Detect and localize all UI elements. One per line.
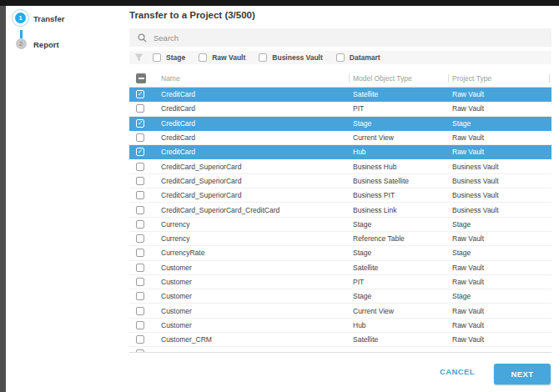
column-header-model-object-type[interactable]: Model Object Type: [353, 74, 412, 83]
row-checkbox[interactable]: [136, 264, 144, 272]
filter-checkbox[interactable]: [199, 53, 207, 62]
table-row[interactable]: Customer_CRM Satellite Raw Vault: [129, 333, 551, 347]
step-1-transfer[interactable]: 1: [12, 9, 29, 27]
table-row[interactable]: Customer Current View Raw Vault: [129, 304, 551, 318]
cell-name: Currency: [161, 220, 353, 229]
table-header: Name Model Object Type Project Type: [129, 70, 551, 88]
table-row[interactable]: CreditCard_SuperiorCard Business PIT Bus…: [129, 188, 551, 203]
filter-checkbox-item[interactable]: Raw Vault: [199, 53, 245, 62]
cell-name: CreditCard: [161, 148, 353, 156]
cancel-button[interactable]: CANCEL: [440, 367, 475, 376]
cell-name: Customer: [161, 264, 353, 272]
filter-checkbox[interactable]: [259, 53, 267, 62]
row-checkbox[interactable]: [136, 177, 144, 185]
filter-label: Business Vault: [272, 53, 322, 62]
cell-project-type: Raw Vault: [452, 278, 551, 286]
row-checkbox[interactable]: [136, 234, 144, 243]
row-checkbox[interactable]: [136, 220, 144, 229]
cell-model-object-type: Business PIT: [353, 191, 452, 199]
table-row[interactable]: Currency Reference Table Raw Vault: [129, 232, 551, 246]
filter-checkbox-item[interactable]: Datamart: [336, 53, 380, 62]
table-row[interactable]: CreditCard_SuperiorCard Business Satelli…: [129, 174, 551, 188]
cell-name: CreditCard: [161, 119, 353, 128]
cell-model-object-type: Business Hub: [353, 163, 452, 171]
table-row[interactable]: Customer PIT Raw Vault: [129, 275, 551, 289]
row-checkbox[interactable]: ✓: [136, 90, 144, 98]
cell-project-type: Raw Vault: [452, 90, 551, 98]
table-row[interactable]: Customer Hub Raw Vault: [129, 319, 551, 333]
row-checkbox[interactable]: [136, 292, 144, 300]
search-icon: [138, 33, 147, 43]
table-body: ✓ CreditCard Satellite Raw Vault CreditC…: [129, 88, 551, 353]
cell-name: CreditCard: [161, 104, 353, 113]
row-checkbox[interactable]: [136, 191, 144, 199]
next-button[interactable]: NEXT: [494, 364, 551, 384]
row-checkbox[interactable]: [136, 278, 144, 286]
row-checkbox[interactable]: [136, 307, 144, 315]
row-checkbox[interactable]: [136, 349, 144, 353]
step-2-label: Report: [33, 40, 59, 49]
cell-model-object-type: Hub: [353, 148, 452, 156]
table-row[interactable]: Currency Stage Stage: [129, 218, 551, 232]
row-checkbox[interactable]: [136, 321, 144, 329]
cell-project-type: Business Vault: [452, 177, 551, 185]
search-input[interactable]: [154, 33, 487, 43]
cell-model-object-type: Stage: [353, 119, 452, 128]
table-row[interactable]: ✓ CreditCard Satellite Raw Vault: [129, 88, 551, 102]
row-checkbox[interactable]: [136, 163, 144, 171]
filter-funnel-icon: [134, 53, 144, 62]
row-checkbox[interactable]: [136, 133, 144, 142]
table-row[interactable]: CurrencyRate Stage Stage: [129, 246, 551, 260]
table-row[interactable]: Customer Stage Stage: [129, 289, 551, 304]
row-checkbox[interactable]: [136, 206, 144, 214]
cell-model-object-type: Satellite: [353, 264, 452, 272]
table-row[interactable]: CreditCard_SuperiorCard Business Hub Bus…: [129, 159, 551, 173]
search-bar[interactable]: [129, 28, 551, 47]
table-row[interactable]: CreditCard PIT Raw Vault: [129, 102, 551, 116]
row-checkbox[interactable]: ✓: [136, 119, 144, 128]
cell-project-type: Stage: [452, 119, 551, 128]
filter-checkbox[interactable]: [336, 53, 345, 62]
cell-model-object-type: Satellite: [353, 335, 452, 344]
table-row[interactable]: ✓ CreditCard Hub Raw Vault: [129, 145, 551, 159]
row-checkbox[interactable]: [136, 249, 144, 257]
cell-name: Customer: [161, 321, 353, 329]
row-checkbox[interactable]: [136, 335, 144, 344]
cell-model-object-type: PIT: [353, 104, 452, 113]
row-checkbox[interactable]: ✓: [136, 148, 144, 156]
cell-name: Customer_CRM: [161, 335, 353, 344]
cell-model-object-type: Business Link: [353, 206, 452, 214]
cell-project-type: Business Vault: [452, 206, 551, 214]
cell-name: CreditCard_SuperiorCard: [161, 177, 353, 185]
filter-checkbox[interactable]: [153, 53, 161, 62]
column-header-name[interactable]: Name: [161, 74, 180, 83]
filter-label: Datamart: [350, 53, 380, 62]
column-header-project-type[interactable]: Project Type: [452, 74, 491, 83]
column-divider: [549, 74, 550, 83]
table-row[interactable]: Customer Satellite Raw Vault: [129, 261, 551, 275]
table-row[interactable]: CreditCard Current View Raw Vault: [129, 131, 551, 145]
cell-project-type: Raw Vault: [452, 104, 551, 113]
step-2-report[interactable]: 2: [16, 38, 27, 49]
cell-project-type: Raw Vault: [452, 133, 551, 142]
cell-name: CreditCard_SuperiorCard: [161, 163, 353, 171]
cell-project-type: Raw Vault: [452, 321, 551, 329]
cell-project-type: Raw Vault: [452, 234, 551, 243]
row-checkbox[interactable]: [136, 104, 144, 113]
cell-name: CreditCard: [161, 133, 353, 142]
select-all-checkbox[interactable]: [136, 73, 146, 83]
filter-label: Stage: [166, 53, 185, 62]
filter-checkbox-item[interactable]: Stage: [153, 53, 185, 62]
cell-model-object-type: Stage: [353, 292, 452, 300]
cell-model-object-type: Stage: [353, 249, 452, 257]
table-row[interactable]: ✓ CreditCard Stage Stage: [129, 117, 551, 131]
cell-model-object-type: Hub: [353, 321, 452, 329]
cell-name: Customer: [161, 292, 353, 300]
cell-project-type: Business Vault: [452, 191, 551, 199]
filter-checkbox-item[interactable]: Business Vault: [259, 53, 322, 62]
column-divider: [448, 74, 449, 83]
cell-name: Currency: [161, 234, 353, 243]
cell-model-object-type: Current View: [353, 133, 452, 142]
table-row[interactable]: [129, 347, 551, 353]
table-row[interactable]: CreditCard_SuperiorCard_CreditCard Busin…: [129, 203, 551, 217]
